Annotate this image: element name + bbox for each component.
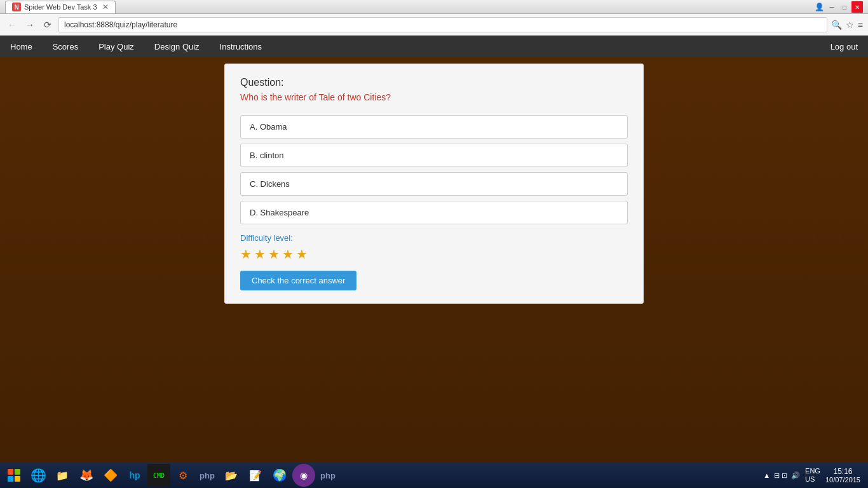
forward-button[interactable]: → bbox=[23, 18, 37, 32]
search-icon[interactable]: 🔍 bbox=[831, 20, 842, 30]
taskbar-explorer[interactable]: 📁 bbox=[51, 464, 74, 487]
back-button[interactable]: ← bbox=[5, 18, 19, 32]
option-c[interactable]: C. Dickens bbox=[240, 172, 628, 196]
star-1: ★ bbox=[240, 247, 252, 262]
start-button[interactable] bbox=[3, 464, 25, 487]
taskbar-vlc[interactable]: 🔶 bbox=[99, 464, 122, 487]
taskbar-php2[interactable]: php bbox=[316, 464, 339, 487]
volume-icon[interactable]: 🔊 bbox=[791, 471, 800, 480]
taskbar-php[interactable]: php bbox=[196, 464, 219, 487]
language-indicator: ENG US bbox=[805, 467, 820, 484]
option-b[interactable]: B. clinton bbox=[240, 144, 628, 167]
nav-instructions[interactable]: Instructions bbox=[210, 36, 272, 57]
taskbar-ie[interactable]: 🌐 bbox=[27, 464, 50, 487]
taskbar-firefox[interactable]: 🦊 bbox=[75, 464, 98, 487]
difficulty-section: Difficulty level: ★ ★ ★ ★ ★ bbox=[240, 233, 628, 262]
clock-date: 10/07/2015 bbox=[825, 476, 860, 484]
browser-titlebar: N Spider Web Dev Task 3 ✕ 👤 ─ □ ✕ bbox=[0, 0, 868, 14]
close-button[interactable]: ✕ bbox=[851, 1, 863, 13]
logout-button[interactable]: Log out bbox=[820, 36, 868, 57]
tab-title: Spider Web Dev Task 3 bbox=[24, 3, 97, 11]
option-a[interactable]: A. Obama bbox=[240, 115, 628, 139]
region-text: US bbox=[805, 475, 820, 484]
tray-arrow[interactable]: ▲ bbox=[763, 471, 770, 479]
nav-home[interactable]: Home bbox=[0, 36, 43, 57]
taskbar-app-purple[interactable]: ◉ bbox=[292, 464, 315, 487]
maximize-button[interactable]: □ bbox=[839, 1, 850, 13]
check-answer-button[interactable]: Check the correct answer bbox=[240, 271, 356, 290]
quiz-container: Question: Who is the writer of Tale of t… bbox=[224, 64, 644, 304]
star-3: ★ bbox=[268, 247, 280, 262]
taskbar-notepad[interactable]: 📝 bbox=[244, 464, 267, 487]
browser-toolbar: ← → ⟳ localhost:8888/quiz/play/literatur… bbox=[0, 14, 868, 36]
nav-scores[interactable]: Scores bbox=[43, 36, 88, 57]
bookmark-icon[interactable]: ☆ bbox=[846, 20, 854, 30]
url-text: localhost:8888/quiz/play/literature bbox=[64, 20, 177, 29]
star-2: ★ bbox=[254, 247, 266, 262]
refresh-button[interactable]: ⟳ bbox=[41, 18, 55, 32]
address-bar[interactable]: localhost:8888/quiz/play/literature bbox=[58, 17, 827, 32]
tab-close-button[interactable]: ✕ bbox=[102, 3, 109, 11]
taskbar-xampp[interactable]: ⚙ bbox=[172, 464, 194, 487]
lang-text: ENG bbox=[805, 467, 820, 475]
taskbar-chrome[interactable]: 🌍 bbox=[268, 464, 291, 487]
menu-icon[interactable]: ≡ bbox=[858, 20, 863, 30]
system-tray: ▲ ⊟ ⊡ 🔊 bbox=[763, 471, 800, 480]
clock-time: 15:16 bbox=[825, 467, 860, 476]
taskbar: 🌐 📁 🦊 🔶 hp CMD ⚙ php 📂 📝 🌍 ◉ php ▲ ⊟ ⊡ 🔊… bbox=[0, 463, 868, 488]
question-text: Who is the writer of Tale of two Cities? bbox=[240, 92, 628, 102]
taskbar-hp[interactable]: hp bbox=[123, 464, 146, 487]
system-clock[interactable]: 15:16 10/07/2015 bbox=[825, 467, 860, 484]
taskbar-terminal[interactable]: CMD bbox=[147, 464, 170, 487]
tray-icons: ⊟ ⊡ bbox=[774, 471, 787, 480]
taskbar-filezilla[interactable]: 📂 bbox=[220, 464, 243, 487]
favicon: N bbox=[12, 3, 21, 11]
windows-logo bbox=[8, 469, 20, 482]
navbar: Home Scores Play Quiz Design Quiz Instru… bbox=[0, 36, 868, 57]
question-label: Question: bbox=[240, 77, 628, 88]
star-4: ★ bbox=[282, 247, 294, 262]
window-controls: 👤 ─ □ ✕ bbox=[813, 1, 863, 13]
toolbar-right: 🔍 ☆ ≡ bbox=[831, 20, 863, 30]
user-icon: 👤 bbox=[813, 1, 825, 13]
difficulty-stars: ★ ★ ★ ★ ★ bbox=[240, 247, 628, 262]
browser-tab[interactable]: N Spider Web Dev Task 3 ✕ bbox=[5, 1, 116, 13]
difficulty-label: Difficulty level: bbox=[240, 233, 628, 243]
minimize-button[interactable]: ─ bbox=[826, 1, 837, 13]
star-5: ★ bbox=[296, 247, 308, 262]
nav-play-quiz[interactable]: Play Quiz bbox=[88, 36, 144, 57]
taskbar-right: ▲ ⊟ ⊡ 🔊 ENG US 15:16 10/07/2015 bbox=[763, 467, 865, 484]
option-d[interactable]: D. Shakespeare bbox=[240, 201, 628, 224]
nav-design-quiz[interactable]: Design Quiz bbox=[144, 36, 210, 57]
